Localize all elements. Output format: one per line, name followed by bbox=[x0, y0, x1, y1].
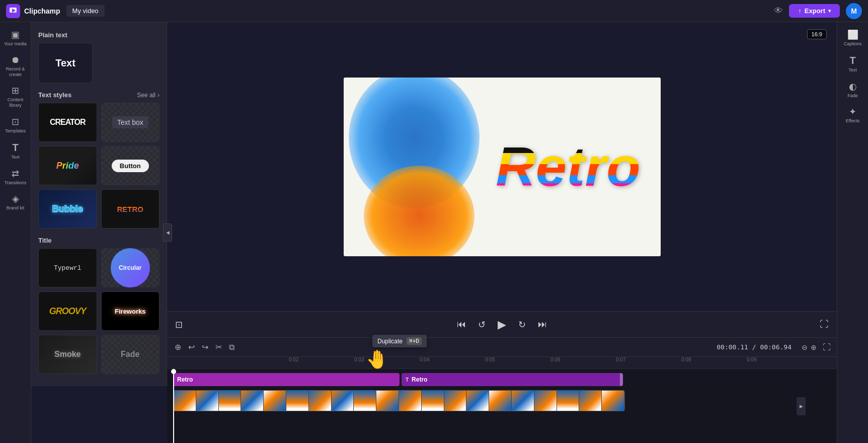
sidebar-item-brand-kit[interactable]: ◈ Brand kit bbox=[2, 190, 29, 214]
collapse-panel-button[interactable]: ◀ bbox=[163, 224, 172, 242]
style-tile-creator[interactable]: CREATOR bbox=[38, 103, 97, 142]
sidebar-item-content-library[interactable]: ⊞ Contentlibrary bbox=[2, 82, 29, 111]
brand-kit-icon: ◈ bbox=[12, 193, 19, 204]
film-frame bbox=[264, 391, 286, 411]
ruler-mark-0:07: 0:07 bbox=[616, 357, 625, 362]
textbox-text: Text box bbox=[112, 116, 148, 128]
text-nav-icon: T bbox=[12, 142, 18, 154]
app-logo[interactable]: Clipchamp bbox=[6, 4, 60, 18]
zoom-out-button[interactable]: ⊖ bbox=[802, 343, 808, 351]
see-all-button[interactable]: See all › bbox=[137, 92, 160, 99]
magnet-tool[interactable]: ⊕ bbox=[173, 341, 183, 353]
video-filmstrip[interactable] bbox=[173, 390, 625, 411]
time-separator: / bbox=[752, 343, 760, 351]
plain-text-section-title: Plain text bbox=[31, 28, 167, 43]
title-section-label: Title bbox=[31, 235, 167, 248]
effects-label: Effects bbox=[846, 118, 859, 124]
sidebar-item-your-media[interactable]: ▣ Your media bbox=[2, 26, 29, 50]
style-tile-fireworks[interactable]: Fireworks bbox=[101, 291, 160, 331]
sidebar-item-templates[interactable]: ⊡ Templates bbox=[2, 113, 29, 137]
plain-text-label: Text bbox=[55, 57, 75, 69]
film-frame bbox=[354, 391, 376, 411]
fullscreen-button[interactable]: ⛶ bbox=[820, 319, 829, 330]
ruler-mark-0:04: 0:04 bbox=[420, 357, 429, 362]
export-button[interactable]: ↑ Export ▾ bbox=[789, 4, 840, 18]
fast-forward-button[interactable]: ↻ bbox=[516, 317, 528, 332]
text-clip-2[interactable]: T Retro bbox=[402, 373, 623, 386]
ruler-mark-0:02: 0:02 bbox=[289, 357, 298, 362]
redo-button[interactable]: ↪ bbox=[200, 341, 210, 353]
film-frame bbox=[309, 391, 332, 411]
main-area: ▣ Your media ⏺ Record &create ⊞ Contentl… bbox=[0, 22, 868, 443]
text-right-label: Text bbox=[848, 67, 857, 73]
captions-icon: ⬜ bbox=[847, 29, 858, 40]
sidebar-item-record[interactable]: ⏺ Record &create bbox=[2, 52, 29, 81]
title-grid: Typewrl Circular GROOVY Fireworks Smoke bbox=[31, 248, 167, 380]
preview-frame[interactable]: Retro bbox=[344, 78, 661, 256]
smoke-text: Smoke bbox=[54, 350, 81, 359]
undo-button[interactable]: ↩ bbox=[187, 341, 196, 353]
cut-tool[interactable]: ✂ bbox=[214, 341, 223, 353]
tooltip-shortcut: ⌘+D bbox=[407, 337, 422, 345]
text-clip-2-label: Retro bbox=[412, 376, 427, 383]
video-title[interactable]: My video bbox=[66, 5, 105, 17]
bubble-text: Bubble bbox=[52, 204, 83, 214]
expand-timeline-button[interactable]: ⛶ bbox=[823, 343, 831, 352]
ruler-mark-0:05: 0:05 bbox=[485, 357, 495, 362]
screenshot-button[interactable]: ⊡ bbox=[175, 319, 183, 330]
right-nav-text[interactable]: T Text bbox=[839, 52, 866, 76]
film-frame bbox=[512, 391, 534, 411]
right-nav-fade[interactable]: ◐ Fade bbox=[839, 78, 866, 102]
film-frame bbox=[422, 391, 444, 411]
see-all-chevron: › bbox=[157, 92, 160, 99]
duplicate-tool[interactable]: ⧉ bbox=[227, 341, 236, 353]
circular-inner: Circular bbox=[111, 248, 150, 287]
timeline-time: 00:00.11 / 00:06.94 bbox=[717, 343, 792, 351]
skip-end-button[interactable]: ⏭ bbox=[536, 317, 549, 332]
export-icon: ↑ bbox=[798, 7, 802, 15]
retro-small-text: RETRO bbox=[117, 205, 144, 213]
captions-label: Captions bbox=[844, 41, 862, 47]
skip-start-button[interactable]: ⏮ bbox=[455, 317, 468, 332]
right-nav-effects[interactable]: ✦ Effects bbox=[839, 103, 866, 127]
style-tile-bubble[interactable]: Bubble bbox=[38, 189, 97, 229]
film-frame bbox=[376, 391, 399, 411]
ruler-mark-0:08: 0:08 bbox=[681, 357, 691, 362]
play-button[interactable]: ▶ bbox=[496, 316, 508, 333]
video-track bbox=[173, 389, 837, 412]
transitions-label: Transitions bbox=[5, 180, 27, 186]
ruler-mark-0:06: 0:06 bbox=[550, 357, 560, 362]
sidebar-item-transitions[interactable]: ⇄ Transitions bbox=[2, 165, 29, 189]
style-tile-textbox[interactable]: Text box bbox=[101, 103, 160, 142]
right-nav-captions[interactable]: ⬜ Captions bbox=[839, 26, 866, 50]
style-tile-button[interactable]: Button bbox=[101, 146, 160, 185]
avatar[interactable]: M bbox=[846, 3, 862, 19]
text-label: Text bbox=[11, 155, 20, 160]
current-time: 00:00.11 bbox=[717, 343, 748, 351]
effects-icon: ✦ bbox=[849, 106, 856, 117]
style-tile-typewriter[interactable]: Typewrl bbox=[38, 248, 97, 287]
zoom-in-button[interactable]: ⊕ bbox=[811, 343, 817, 351]
clip-handle-right[interactable] bbox=[620, 373, 623, 386]
film-frame bbox=[196, 391, 219, 411]
rewind-button[interactable]: ↺ bbox=[476, 317, 488, 332]
timeline-toolbar: ⊕ ↩ ↪ ✂ ⧉ Duplicate ⌘+D 🤚 00:00.11 / 00:… bbox=[167, 338, 837, 357]
plain-text-tile[interactable]: Text bbox=[38, 43, 93, 83]
style-tile-pride[interactable]: Pride bbox=[38, 146, 97, 185]
style-tile-smoke[interactable]: Smoke bbox=[38, 335, 97, 374]
record-label: Record &create bbox=[6, 66, 25, 78]
brand-kit-label: Brand kit bbox=[7, 205, 25, 211]
logo-icon bbox=[6, 4, 20, 18]
sidebar-item-text[interactable]: T Text bbox=[2, 139, 29, 163]
style-tile-groovy[interactable]: GROOVY bbox=[38, 291, 97, 331]
text-clip-1[interactable]: Retro bbox=[173, 373, 400, 386]
text-styles-title: Text styles bbox=[38, 91, 71, 99]
film-frame bbox=[332, 391, 354, 411]
style-tile-fade[interactable]: Fade bbox=[101, 335, 160, 374]
record-icon: ⏺ bbox=[11, 55, 20, 65]
style-tile-circular[interactable]: Circular bbox=[101, 248, 160, 287]
text-styles-header: Text styles See all › bbox=[31, 89, 167, 103]
timeline-collapse-right[interactable]: ▶ bbox=[797, 397, 806, 415]
style-tile-retro[interactable]: RETRO bbox=[101, 189, 160, 229]
timeline-area: ⊕ ↩ ↪ ✂ ⧉ Duplicate ⌘+D 🤚 00:00.11 / 00:… bbox=[167, 337, 837, 443]
